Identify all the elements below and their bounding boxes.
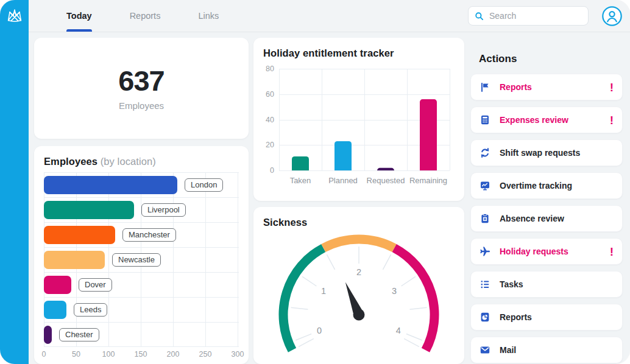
action-item-holiday-requests[interactable]: Holiday requests! [470,238,623,265]
location-label-london: London [185,178,223,192]
action-item-absence-review[interactable]: Absence review [470,205,623,232]
location-bar-leeds [44,301,66,319]
search-box[interactable] [468,6,589,26]
x-tick-label: 0 [42,350,46,359]
location-row-liverpool: Liverpool [44,197,239,222]
tab-reports[interactable]: Reports [130,0,161,32]
sickness-gauge: 01234 [263,232,455,364]
svg-text:Taken: Taken [290,176,311,185]
crown-icon [5,6,24,26]
svg-text:0: 0 [270,166,274,175]
gauge-needle [345,282,365,320]
holiday-chart-svg: 020406080TakenPlannedRequestedRemaining [263,63,455,192]
location-row-london: London [44,172,239,197]
alert-badge: ! [610,114,614,126]
holiday-bar-remaining [420,99,437,174]
holiday-tracker-card: Holiday entitlement tracker 020406080Tak… [253,38,464,201]
svg-text:0: 0 [317,326,322,335]
alert-badge: ! [610,82,614,93]
action-label: Reports [500,312,532,322]
location-chart: LondonLiverpoolManchesterNewcastleDoverL… [44,172,239,347]
topbar-right [468,0,622,32]
location-row-manchester: Manchester [44,222,239,247]
middle-column: Holiday entitlement tracker 020406080Tak… [253,38,464,364]
action-label: Overtime tracking [500,181,572,191]
swap-arrows-icon [480,147,490,158]
profile-icon[interactable] [602,6,622,26]
svg-text:40: 40 [266,116,274,124]
location-bar-london [44,176,177,194]
sidebar [0,0,29,364]
holiday-bar-planned [334,141,352,174]
svg-text:Planned: Planned [328,176,358,185]
action-item-expenses-review[interactable]: Expenses review! [470,107,623,133]
active-tab-underline [66,29,92,32]
clipboard-plus-icon [480,213,490,224]
dashboard-app: TodayReportsLinks 637 Employees [0,0,630,364]
x-tick-label: 300 [232,350,244,359]
tab-label: Today [66,11,92,21]
location-label-manchester: Manchester [122,228,176,242]
search-input[interactable] [488,10,582,21]
location-chart-x-axis: 050100150200250300 [44,350,239,360]
left-column: 637 Employees Employees (by location) Lo… [34,38,249,364]
svg-text:80: 80 [266,65,274,73]
action-label: Mail [500,345,516,355]
location-row-leeds: Leeds [44,297,239,322]
location-chart-rows: LondonLiverpoolManchesterNewcastleDoverL… [44,172,239,347]
sickness-title: Sickness [263,217,455,228]
employees-total-label: Employees [119,100,164,111]
sickness-card: Sickness 01234 [253,207,464,364]
task-list-icon [480,279,490,290]
x-tick-label: 100 [102,350,115,359]
topbar: TodayReportsLinks [29,0,630,32]
location-bar-liverpool [44,201,134,219]
content: 637 Employees Employees (by location) Lo… [29,32,630,364]
action-item-tasks[interactable]: Tasks [470,271,623,298]
tab-today[interactable]: Today [66,0,92,32]
action-item-mail[interactable]: Mail [470,337,623,363]
x-tick-label: 250 [199,350,212,359]
location-row-newcastle: Newcastle [44,247,239,272]
holiday-bar-taken [292,156,309,174]
svg-text:1: 1 [321,286,326,296]
actions-column: Actions Reports!Expenses review!Shift sw… [470,38,623,364]
employees-by-location-card: Employees (by location) LondonLiverpoolM… [34,146,249,364]
location-row-dover: Dover [44,272,239,297]
action-item-reports[interactable]: Reports [470,304,623,331]
location-row-chester: Chester [44,322,239,347]
tab-links[interactable]: Links [198,0,219,32]
svg-text:3: 3 [392,286,397,296]
action-item-shift-swap-requests[interactable]: Shift swap requests [470,139,623,166]
mail-icon [480,345,490,355]
svg-text:20: 20 [266,141,274,149]
svg-text:Requested: Requested [367,176,405,185]
location-label-chester: Chester [59,328,99,341]
action-label: Reports [500,82,532,92]
holiday-tracker-title: Holiday entitlement tracker [263,47,455,59]
nav-tabs: TodayReportsLinks [66,0,219,32]
monitor-chart-icon [480,180,490,191]
svg-text:2: 2 [356,267,361,277]
location-bar-chester [44,326,52,344]
search-icon [475,12,484,21]
location-label-leeds: Leeds [74,303,107,317]
location-label-newcastle: Newcastle [112,253,161,267]
employees-total-card: 637 Employees [34,38,249,139]
svg-text:4: 4 [396,326,401,335]
action-item-overtime-tracking[interactable]: Overtime tracking [470,172,623,199]
airplane-icon [480,246,490,257]
actions-list: Reports!Expenses review!Shift swap reque… [470,74,623,363]
alert-badge: ! [610,246,614,257]
actions-title: Actions [479,53,623,65]
employees-total-value: 637 [118,66,164,95]
action-label: Absence review [500,214,564,223]
flag-icon [480,82,490,93]
location-bar-manchester [44,226,115,244]
action-label: Tasks [500,279,523,289]
svg-text:Remaining: Remaining [409,176,447,185]
location-label-liverpool: Liverpool [141,203,186,217]
action-item-reports[interactable]: Reports! [470,74,623,100]
tab-label: Reports [130,11,161,21]
employees-by-location-title: Employees (by location) [44,156,239,167]
